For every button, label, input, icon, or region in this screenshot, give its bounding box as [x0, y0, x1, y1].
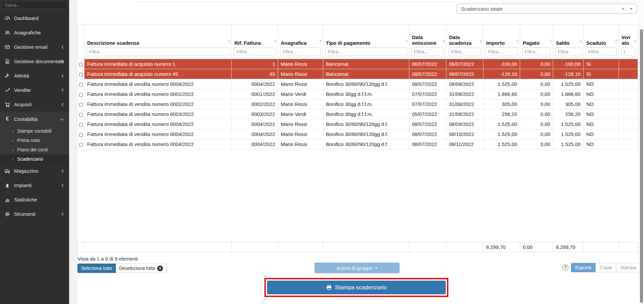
scrollbar-thumb[interactable] — [640, 29, 643, 303]
row-checkbox[interactable] — [79, 103, 83, 107]
filter-pagato-input[interactable] — [522, 47, 551, 56]
filter-scaduto-input[interactable] — [586, 47, 617, 56]
sort-icon[interactable] — [228, 39, 230, 43]
row-select-cell — [78, 69, 84, 79]
cell-rif: 0004/2022 — [232, 119, 278, 129]
header-rif-fattura[interactable]: Rif. Fattura — [232, 24, 278, 59]
sidebar-subitem-prima-nota[interactable]: › Prima nota — [0, 136, 69, 145]
sidebar-item-gestione-email[interactable]: Gestione email — [0, 40, 69, 54]
cell-tipo: Bonifico 30/60/90/120gg d.f. — [323, 139, 409, 149]
sidebar-item-label: Gestione email — [14, 44, 47, 50]
header-data-emissione[interactable]: Data emissione — [409, 24, 446, 59]
sort-icon[interactable] — [405, 39, 408, 43]
sort-icon[interactable] — [580, 39, 582, 43]
schedule-view-select[interactable]: Scadenzario totale × — [457, 4, 637, 14]
sidebar-item-anagrafiche[interactable]: Anagrafiche — [0, 25, 69, 40]
filter-data-scadenza-input[interactable] — [448, 47, 481, 56]
sort-icon[interactable] — [479, 39, 482, 43]
clear-selection-icon[interactable]: × — [621, 6, 625, 12]
sort-icon[interactable] — [615, 39, 618, 43]
sort-icon[interactable] — [549, 39, 552, 43]
filter-descrizione-input[interactable] — [86, 47, 229, 56]
filter-data-emissione-input[interactable] — [411, 47, 444, 56]
cell-anagrafica: Mario Rossi — [278, 99, 323, 109]
filter-importo-input[interactable] — [485, 47, 518, 56]
deselect-all-button[interactable]: Deseleziona tutto 0 — [116, 264, 167, 273]
sidebar-item-statistiche[interactable]: Statistiche — [0, 192, 69, 207]
help-icon[interactable]: ? — [563, 265, 569, 271]
table-row[interactable]: Fattura immediata di vendita numero 0004… — [78, 139, 638, 149]
table-row[interactable]: Fattura immediata di acquisto numero 454… — [78, 69, 638, 79]
sidebar-search-input[interactable] — [4, 2, 64, 8]
row-checkbox[interactable] — [79, 143, 83, 147]
copy-button[interactable]: Copia — [596, 263, 616, 272]
sidebar-item-strumenti[interactable]: Strumenti — [0, 207, 69, 221]
header-saldo[interactable]: Saldo — [553, 24, 584, 59]
select-caret-icon[interactable] — [630, 8, 633, 10]
row-checkbox[interactable] — [79, 73, 83, 77]
row-select-cell — [78, 119, 84, 129]
sidebar-subitem-piano-dei-conti[interactable]: › Piano dei conti — [0, 145, 69, 154]
row-checkbox[interactable] — [79, 63, 83, 66]
sidebar-item-impianti[interactable]: Impianti — [0, 178, 69, 192]
cell-scaduto: NO — [584, 89, 619, 99]
sidebar-item-label: Magazzino — [14, 168, 38, 174]
filter-saldo-input[interactable] — [555, 47, 581, 56]
row-checkbox[interactable] — [79, 133, 83, 137]
row-checkbox[interactable] — [79, 83, 83, 87]
row-checkbox[interactable] — [79, 123, 83, 127]
table-row[interactable]: Fattura immediata di vendita numero 0004… — [78, 79, 638, 89]
filter-anagrafica-input[interactable] — [280, 47, 321, 56]
cell-tipo: Bonifico 30gg d.f.f.m. — [323, 89, 409, 99]
filter-tipo-pagamento-input[interactable] — [325, 47, 407, 56]
sidebar: Dashboard Anagrafiche Gestione email Ges… — [0, 0, 69, 304]
cell-pagato: 0,00 — [520, 139, 553, 149]
table-row[interactable]: Fattura immediata di vendita numero 0004… — [78, 129, 638, 139]
filter-rif-fattura-input[interactable] — [234, 47, 276, 56]
cell-pagato: 0,00 — [520, 119, 553, 129]
table-row[interactable]: Fattura immediata di vendita numero 0004… — [78, 119, 638, 129]
table-row[interactable]: Fattura immediata di vendita numero 0003… — [78, 109, 638, 119]
cell-descrizione: Fattura immediata di vendita numero 0004… — [84, 119, 232, 129]
table-row[interactable]: Fattura immediata di vendita numero 0001… — [78, 89, 638, 99]
header-scaduto[interactable]: Scaduto — [584, 24, 619, 59]
row-checkbox[interactable] — [79, 93, 83, 97]
document-icon — [4, 59, 10, 64]
sidebar-item-vendite[interactable]: Vendite — [0, 83, 69, 97]
table-row[interactable]: Fattura immediata di vendita numero 0002… — [78, 99, 638, 109]
sidebar-subitem-scadenzario[interactable]: › Scadenzario — [0, 154, 69, 164]
sort-icon[interactable] — [274, 39, 277, 43]
header-pagato[interactable]: Pagato — [520, 24, 553, 59]
sort-icon[interactable] — [319, 39, 322, 43]
sidebar-item-gestione-documentale[interactable]: Gestione documentale — [0, 54, 69, 68]
cell-importo: -100,00 — [483, 59, 520, 69]
header-tipo-pagamento[interactable]: Tipo di pagamento — [323, 24, 409, 59]
print-schedule-button[interactable]: Stampa scadenzario — [267, 281, 446, 294]
header-importo[interactable]: Importo — [483, 24, 520, 59]
sidebar-item-magazzino[interactable]: Magazzino — [0, 164, 69, 178]
print-button[interactable]: Stampa — [616, 263, 641, 272]
sidebar-item-contabilita[interactable]: € Contabilità — [0, 112, 69, 126]
table-row[interactable]: Fattura immediata di acquisto numero 11M… — [78, 59, 638, 69]
header-inviato[interactable]: Inviato — [619, 24, 638, 59]
sidebar-subitem-stampe-contabili[interactable]: › Stampe contabili — [0, 126, 69, 136]
header-anagrafica[interactable]: Anagrafica — [278, 24, 323, 59]
sort-icon[interactable] — [634, 39, 637, 43]
select-all-button[interactable]: Seleziona tutto — [77, 264, 116, 273]
sort-icon[interactable] — [516, 39, 519, 43]
chevron-down-icon — [60, 116, 64, 122]
filter-inviato-input[interactable] — [621, 47, 636, 56]
header-descrizione[interactable]: Descrizione scadenza — [84, 24, 232, 59]
group-actions-button[interactable]: Azioni di gruppo — [314, 263, 400, 273]
row-checkbox[interactable] — [79, 113, 83, 117]
sidebar-section-contabilita: € Contabilità › Stampe contabili › Prima… — [0, 112, 69, 164]
row-select-cell — [78, 89, 84, 99]
header-data-scadenza[interactable]: Data scadenza — [446, 24, 483, 59]
cell-saldo: -100,00 — [553, 59, 584, 69]
export-button[interactable]: Esporta — [571, 263, 596, 272]
totals-pagato: 0,00 — [520, 242, 553, 252]
sidebar-item-acquisti[interactable]: Acquisti — [0, 97, 69, 112]
sidebar-item-attivita[interactable]: Attività — [0, 68, 69, 83]
sidebar-item-dashboard[interactable]: Dashboard — [0, 11, 69, 25]
sort-icon[interactable] — [442, 39, 445, 43]
